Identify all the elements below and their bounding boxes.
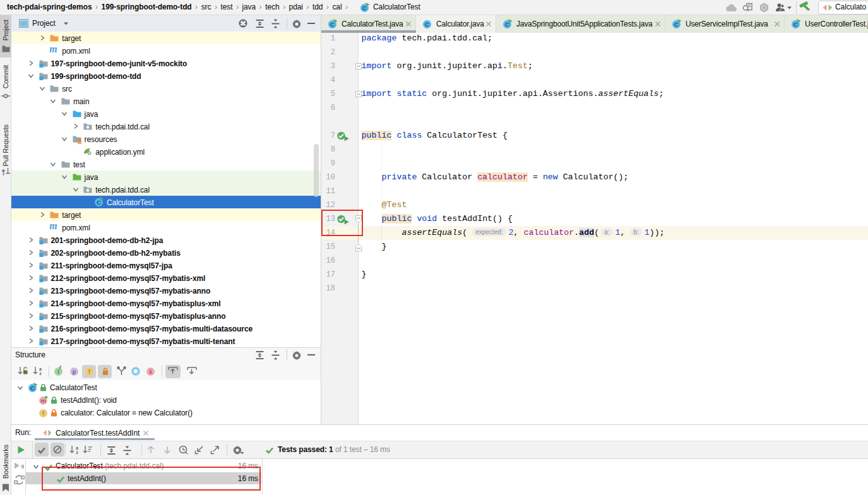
svg-text:λ: λ [149,369,152,375]
svg-text:a: a [76,446,78,450]
svg-text:z: z [39,371,42,376]
svg-text:C: C [30,385,35,391]
svg-text:p: p [73,369,76,375]
svg-text:C: C [97,199,101,206]
svg-text:C: C [330,21,335,28]
svg-text:z: z [76,450,78,455]
svg-text:C: C [362,4,367,11]
svg-text:a: a [39,367,42,371]
svg-text:C: C [794,21,798,28]
svg-text:C: C [674,21,679,28]
svg-text:C: C [505,21,509,28]
svg-text:9: 9 [21,463,25,470]
svg-text:C: C [425,21,429,28]
svg-text:m: m [41,397,46,404]
